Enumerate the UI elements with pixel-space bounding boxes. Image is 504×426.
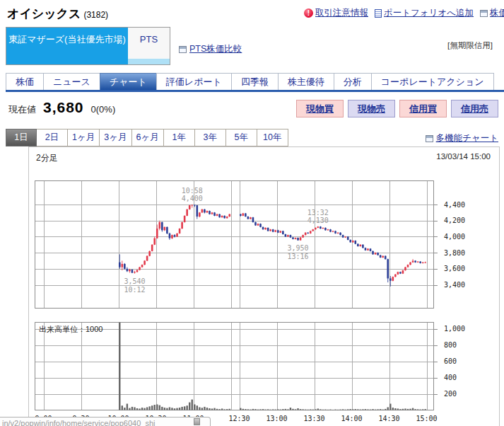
add-portfolio-link[interactable]: ポートフォリオへ追加 bbox=[375, 7, 474, 19]
period-tabs: 1日 2日 1ヶ月 3ヶ月 6ヶ月 1年 3年 5年 10年 bbox=[6, 129, 288, 146]
cash-sell-button[interactable]: 現物売 bbox=[348, 100, 395, 117]
volume-tick: 200 bbox=[444, 390, 457, 398]
period-6month[interactable]: 6ヶ月 bbox=[132, 129, 164, 146]
price-tick: 4,000 bbox=[444, 233, 465, 241]
margin-buy-button[interactable]: 信用買 bbox=[399, 100, 447, 117]
cash-buy-label: 現物買 bbox=[306, 103, 334, 114]
popup-icon bbox=[179, 46, 187, 53]
trade-alert-link[interactable]: ! 取引注意情報 bbox=[304, 7, 368, 19]
status-bar-tooltip: in/v2/popwin/info/home/service/pop6040_s… bbox=[0, 417, 211, 426]
tab-shikiho[interactable]: 四季報 bbox=[231, 73, 278, 90]
current-price-value: 3,680 bbox=[43, 99, 84, 116]
candles bbox=[119, 205, 426, 287]
market-tabs: 東証マザーズ(当社優先市場) PTS bbox=[6, 27, 170, 65]
volume-bars bbox=[119, 323, 426, 410]
trade-buttons: 現物買 現物売 信用買 信用売 bbox=[296, 100, 498, 117]
period-3year[interactable]: 3年 bbox=[195, 129, 226, 146]
margin-sell-label: 信用売 bbox=[461, 103, 488, 114]
tab-corporate-action[interactable]: コーポレートアクション bbox=[371, 73, 494, 90]
price-tick: 4,200 bbox=[444, 217, 465, 224]
pts-compare-label[interactable]: PTS株価比較 bbox=[189, 43, 242, 55]
tab-chart[interactable]: チャート bbox=[100, 73, 156, 90]
stock-code: (3182) bbox=[83, 10, 108, 20]
add-portfolio-label[interactable]: ポートフォリオへ追加 bbox=[384, 7, 474, 19]
time-tick: 13:00 bbox=[266, 415, 287, 422]
stock-price-popup-label[interactable]: 株価 bbox=[490, 7, 504, 19]
current-price-label: 現在値 bbox=[8, 103, 36, 116]
page-title: オイシックス(3182) bbox=[7, 6, 108, 22]
volume-tick: 800 bbox=[444, 341, 457, 349]
pts-compare-link[interactable]: PTS株価比較 bbox=[179, 43, 242, 55]
popup-icon bbox=[426, 135, 433, 142]
volume-unit-label: 出来高単位：1000 bbox=[39, 325, 102, 333]
tab-tse-mothers[interactable]: 東証マザーズ(当社優先市場) bbox=[6, 28, 128, 64]
price-change: 0(0%) bbox=[91, 104, 116, 115]
tab-analysis[interactable]: 分析 bbox=[334, 73, 371, 90]
price-tick: 3,800 bbox=[444, 249, 465, 257]
chart-annotation: 10:58 bbox=[182, 187, 203, 195]
time-tick: 14:00 bbox=[341, 415, 362, 422]
cash-sell-label: 現物売 bbox=[358, 103, 385, 114]
time-tick: 15:00 bbox=[416, 415, 437, 422]
stock-name: オイシックス bbox=[7, 7, 81, 21]
stock-price-popup-link[interactable]: 株価 bbox=[480, 7, 504, 19]
chart-annotation: 13:32 bbox=[307, 209, 329, 217]
period-1day[interactable]: 1日 bbox=[6, 129, 37, 146]
plot-borders bbox=[35, 181, 434, 410]
tab-stock-price[interactable]: 株価 bbox=[6, 73, 43, 90]
cash-buy-button[interactable]: 現物買 bbox=[296, 100, 344, 117]
trade-alert-label[interactable]: 取引注意情報 bbox=[315, 7, 368, 19]
margin-sell-button[interactable]: 信用売 bbox=[451, 100, 498, 117]
margin-buy-label: 信用買 bbox=[409, 103, 437, 114]
status-bar-icon bbox=[194, 418, 200, 425]
nav-tabs: 株価 ニュース チャート 評価レポート 四季報 株主優待 分析 コーポレートアク… bbox=[6, 73, 504, 92]
volume-tick: 600 bbox=[444, 357, 457, 365]
alert-icon: ! bbox=[304, 8, 313, 18]
price-tick: 3,600 bbox=[444, 265, 465, 272]
chart-annotation: 3,950 bbox=[287, 244, 308, 252]
popup-icon bbox=[480, 10, 488, 17]
period-3month[interactable]: 3ヶ月 bbox=[100, 129, 131, 146]
time-tick: 13:30 bbox=[303, 415, 324, 422]
multi-chart-link[interactable]: 多機能チャート bbox=[426, 132, 498, 144]
period-1month[interactable]: 1ヶ月 bbox=[68, 129, 100, 146]
time-tick: 12:30 bbox=[228, 415, 250, 422]
axis-labels: 4,4004,2004,0003,8003,6003,4001,00080060… bbox=[35, 201, 465, 423]
current-price-row: 現在値 3,680 0(0%) bbox=[8, 99, 115, 116]
price-volume-chart: 4,4004,2004,0003,8003,6003,4001,00080060… bbox=[0, 146, 504, 426]
chart-annotation: 13:16 bbox=[287, 253, 308, 260]
status-bar-url: in/v2/popwin/info/home/service/pop6040_s… bbox=[2, 418, 155, 426]
tab-pts[interactable]: PTS bbox=[128, 28, 170, 64]
chart-annotation: 3,540 bbox=[124, 277, 145, 285]
multi-chart-label[interactable]: 多機能チャート bbox=[436, 132, 498, 144]
volume-tick: 1,000 bbox=[444, 325, 465, 333]
price-tick: 4,400 bbox=[444, 201, 465, 209]
tab-news[interactable]: ニュース bbox=[43, 73, 100, 90]
period-1year[interactable]: 1年 bbox=[164, 129, 195, 146]
chart-annotation: 4,130 bbox=[307, 217, 329, 224]
chart-annotation: 4,400 bbox=[182, 195, 203, 202]
tab-pts-label: PTS bbox=[128, 34, 170, 45]
header-links: ! 取引注意情報 ポートフォリオへ追加 株価 bbox=[304, 7, 504, 19]
page: オイシックス(3182) ! 取引注意情報 ポートフォリオへ追加 株価 東証マザ… bbox=[0, 0, 504, 426]
period-5year[interactable]: 5年 bbox=[226, 129, 257, 146]
credit-type-label: [無期限信用] bbox=[447, 40, 493, 51]
time-tick: 14:30 bbox=[378, 415, 399, 422]
period-10year[interactable]: 10年 bbox=[257, 129, 288, 146]
volume-tick: 400 bbox=[444, 374, 457, 381]
chart-annotation: 10:12 bbox=[124, 286, 145, 294]
period-2day[interactable]: 2日 bbox=[37, 129, 68, 146]
tab-report[interactable]: 評価レポート bbox=[156, 73, 231, 90]
gridlines bbox=[35, 181, 434, 410]
tab-shareholder-benefit[interactable]: 株主優待 bbox=[278, 73, 334, 90]
document-icon bbox=[375, 9, 382, 18]
pts-strip bbox=[128, 59, 170, 64]
price-tick: 3,400 bbox=[444, 281, 465, 289]
